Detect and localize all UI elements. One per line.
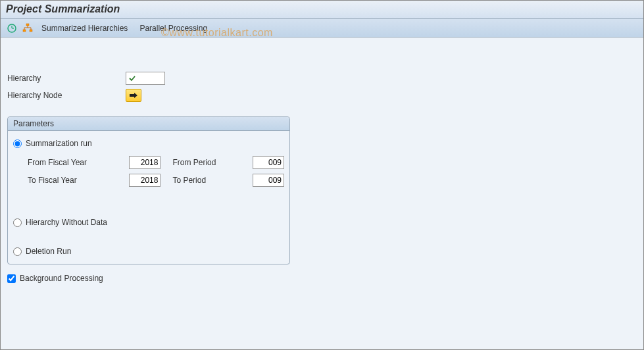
to-period-input[interactable] (253, 174, 284, 187)
from-period-label: From Period (161, 158, 253, 167)
hierarchy-label: Hierarchy (7, 74, 126, 83)
page-title: Project Summarization (6, 3, 638, 15)
hierarchy-row: Hierarchy (7, 70, 637, 86)
execute-icon[interactable] (6, 22, 18, 34)
summarization-sub-fields: From Fiscal Year From Period To Fiscal Y… (28, 149, 284, 199)
hierarchy-node-row: Hierarchy Node (7, 88, 637, 103)
to-fiscal-year-label: To Fiscal Year (28, 176, 129, 185)
summarization-run-label: Summarization run (26, 139, 92, 148)
hierarchy-without-data-radio-row: Hierarchy Without Data (13, 218, 284, 227)
background-processing-checkbox[interactable] (7, 274, 16, 283)
parallel-processing-link[interactable]: Parallel Processing (136, 24, 211, 33)
hierarchy-node-selector-button[interactable] (126, 89, 141, 102)
hierarchy-icon[interactable] (22, 22, 34, 34)
from-period-input[interactable] (253, 156, 284, 169)
header-fields: Hierarchy Hierarchy Node (7, 70, 637, 103)
toolbar: Summarized Hierarchies Parallel Processi… (1, 19, 643, 38)
summarization-run-radio[interactable] (13, 139, 22, 148)
from-fiscal-year-row: From Fiscal Year From Period (28, 155, 284, 170)
background-processing-label: Background Processing (20, 274, 103, 283)
spacer (13, 199, 284, 216)
svg-rect-5 (30, 30, 32, 32)
title-bar: Project Summarization (1, 1, 643, 19)
to-fiscal-year-row: To Fiscal Year To Period (28, 172, 284, 188)
summarized-hierarchies-link[interactable]: Summarized Hierarchies (37, 24, 132, 33)
deletion-run-radio[interactable] (13, 247, 22, 256)
from-fiscal-year-label: From Fiscal Year (28, 158, 129, 167)
hierarchy-without-data-label: Hierarchy Without Data (26, 218, 107, 227)
deletion-run-radio-row: Deletion Run (13, 247, 284, 256)
to-fiscal-year-input[interactable] (129, 174, 161, 187)
parameters-group-title: Parameters (8, 117, 289, 131)
parameters-group: Parameters Summarization run From Fiscal… (7, 116, 290, 264)
summarization-run-radio-row: Summarization run (13, 139, 284, 148)
spacer (13, 228, 284, 245)
from-fiscal-year-input[interactable] (129, 156, 161, 169)
svg-rect-3 (26, 24, 29, 26)
hierarchy-without-data-radio[interactable] (13, 218, 22, 227)
background-processing-row: Background Processing (7, 274, 637, 283)
svg-rect-4 (23, 30, 26, 32)
hierarchy-input[interactable] (126, 72, 165, 85)
hierarchy-node-label: Hierarchy Node (7, 91, 126, 100)
svg-marker-10 (130, 93, 137, 98)
parameters-group-body: Summarization run From Fiscal Year From … (8, 131, 289, 264)
content-area: Hierarchy Hierarchy Node Parameters Summ… (1, 38, 643, 349)
to-period-label: To Period (161, 176, 253, 185)
deletion-run-label: Deletion Run (26, 247, 71, 256)
